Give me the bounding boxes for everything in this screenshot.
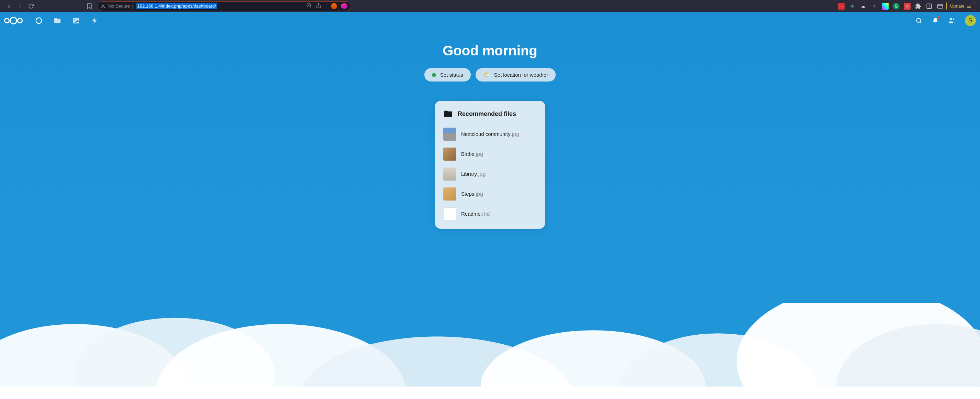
notification-dot xyxy=(937,16,939,19)
file-item[interactable]: Nextcloud community.jpg xyxy=(443,128,537,141)
file-label: Readme.md xyxy=(461,211,490,217)
nav-photos-icon[interactable] xyxy=(72,17,80,24)
file-label: Nextcloud community.jpg xyxy=(461,131,519,137)
contacts-icon[interactable] xyxy=(948,17,955,24)
notifications-icon[interactable] xyxy=(932,17,939,24)
app-nav-list xyxy=(35,17,98,24)
nav-activity-icon[interactable] xyxy=(91,17,98,24)
set-status-button[interactable]: Set status xyxy=(424,68,471,81)
file-thumbnail xyxy=(443,187,456,201)
file-thumbnail xyxy=(443,168,456,180)
set-weather-button[interactable]: 🌤️ Set location for weather xyxy=(476,68,556,81)
extension-lastpass-icon[interactable]: ⋯ xyxy=(838,3,845,10)
extension-react-icon[interactable]: ⚛ xyxy=(871,3,878,10)
file-thumbnail xyxy=(443,148,456,161)
extension-cloud-icon[interactable]: ☁ xyxy=(860,3,867,10)
dashboard-content: Good morning Set status 🌤️ Set location … xyxy=(0,29,980,229)
file-label: Steps.jpg xyxy=(461,191,483,197)
nextcloud-logo[interactable] xyxy=(4,17,23,24)
svg-point-11 xyxy=(75,318,275,399)
nav-files-icon[interactable] xyxy=(54,17,61,24)
svg-point-15 xyxy=(618,333,818,399)
svg-point-19 xyxy=(36,18,42,24)
update-button[interactable]: Update xyxy=(946,2,975,10)
reload-button[interactable] xyxy=(27,2,35,10)
svg-rect-4 xyxy=(927,4,932,9)
weather-icon: 🌤️ xyxy=(483,72,490,78)
extensions-menu-icon[interactable] xyxy=(915,3,921,10)
extension-diamond-icon[interactable] xyxy=(882,3,889,10)
address-right-icons: | xyxy=(306,3,347,10)
svg-point-14 xyxy=(481,330,705,399)
nav-dashboard-icon[interactable] xyxy=(35,17,43,24)
extension-red-icon[interactable]: ※ xyxy=(904,3,911,10)
extension-plus-icon[interactable]: ✚ xyxy=(849,3,856,10)
security-text: Not Secure xyxy=(108,3,130,9)
svg-point-21 xyxy=(74,19,75,20)
app-nav-right: S xyxy=(915,15,976,26)
url-text: 192.168.1.4/index.php/apps/dashboard/ xyxy=(137,3,216,9)
brave-icon[interactable] xyxy=(331,3,337,9)
extension-icons: ⋯ ✚ ☁ ⚛ G ※ xyxy=(838,3,943,10)
folder-icon xyxy=(443,109,453,119)
svg-point-10 xyxy=(0,324,187,399)
browser-toolbar: Not Secure | 192.168.1.4/index.php/apps/… xyxy=(0,0,980,12)
address-bar[interactable]: Not Secure | 192.168.1.4/index.php/apps/… xyxy=(97,2,351,11)
svg-line-2 xyxy=(310,6,311,8)
svg-point-24 xyxy=(950,18,952,21)
greeting-heading: Good morning xyxy=(442,43,538,59)
svg-point-16 xyxy=(737,303,980,399)
recommended-files-widget: Recommended files Nextcloud community.jp… xyxy=(435,101,545,229)
address-section: Not Secure | 192.168.1.4/index.php/apps/… xyxy=(86,2,810,11)
user-avatar[interactable]: S xyxy=(965,15,976,26)
svg-point-22 xyxy=(916,18,921,22)
file-item[interactable]: Readme.md xyxy=(443,207,537,220)
svg-rect-18 xyxy=(0,386,980,399)
forward-button[interactable] xyxy=(16,2,24,10)
svg-point-13 xyxy=(300,337,574,399)
file-list: Nextcloud community.jpg Birdie.jpg Libra… xyxy=(443,128,537,220)
file-label: Library.jpg xyxy=(461,171,486,177)
bookmark-icon[interactable] xyxy=(86,3,93,10)
svg-point-12 xyxy=(156,324,406,399)
back-button[interactable] xyxy=(5,2,13,10)
widget-header: Recommended files xyxy=(443,109,537,119)
extension-grammarly-icon[interactable]: G xyxy=(893,3,900,10)
file-label: Birdie.jpg xyxy=(461,151,483,157)
sidepanel-icon[interactable] xyxy=(926,3,932,10)
status-online-icon xyxy=(432,73,436,77)
file-thumbnail xyxy=(443,128,456,141)
zoom-out-icon[interactable] xyxy=(306,3,312,10)
file-thumbnail xyxy=(443,207,456,220)
wallet-icon[interactable] xyxy=(937,3,943,10)
file-item[interactable]: Steps.jpg xyxy=(443,187,537,201)
nextcloud-app: S Good morning Set status 🌤️ Set locatio… xyxy=(0,12,980,399)
file-item[interactable]: Library.jpg xyxy=(443,168,537,180)
svg-rect-6 xyxy=(938,5,943,8)
file-item[interactable]: Birdie.jpg xyxy=(443,148,537,161)
dashboard-actions: Set status 🌤️ Set location for weather xyxy=(424,68,556,81)
security-indicator[interactable]: Not Secure | xyxy=(101,3,133,9)
app-top-nav: S xyxy=(0,12,980,29)
share-icon[interactable] xyxy=(316,3,321,10)
clouds-background xyxy=(0,303,980,399)
search-icon[interactable] xyxy=(915,17,922,24)
widget-title: Recommended files xyxy=(458,110,516,118)
svg-line-23 xyxy=(920,22,921,23)
svg-point-17 xyxy=(836,324,980,399)
brave-shield-icon[interactable] xyxy=(341,3,347,9)
